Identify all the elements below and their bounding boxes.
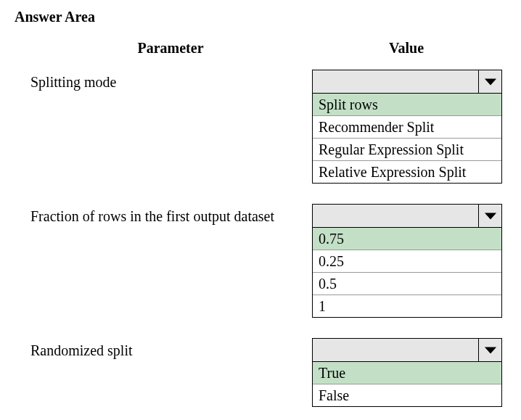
dropdown-option[interactable]: Split rows <box>313 94 501 116</box>
dropdown-options: 0.750.250.51 <box>312 228 502 318</box>
parameter-label: Randomized split <box>29 338 312 359</box>
parameter-row: Fraction of rows in the first output dat… <box>29 204 506 318</box>
dropdown-option[interactable]: 1 <box>313 295 501 317</box>
dropdown-option[interactable]: False <box>313 384 501 406</box>
chevron-down-icon[interactable] <box>478 70 501 93</box>
chevron-down-icon[interactable] <box>478 205 501 227</box>
dropdown-option[interactable]: True <box>313 362 501 384</box>
column-header-value: Value <box>312 40 501 57</box>
page-title: Answer Area <box>15 9 506 25</box>
value-dropdown[interactable] <box>312 70 502 94</box>
svg-marker-1 <box>484 213 496 219</box>
dropdown-display <box>313 70 478 93</box>
dropdown-options: Split rowsRecommender SplitRegular Expre… <box>312 94 502 184</box>
parameter-label: Splitting mode <box>29 70 312 91</box>
dropdown-display <box>313 205 478 227</box>
value-column: 0.750.250.51 <box>312 204 502 318</box>
dropdown-option[interactable]: Relative Expression Split <box>313 161 501 183</box>
parameter-row: Randomized splitTrueFalse <box>29 338 506 407</box>
svg-marker-0 <box>484 78 496 85</box>
dropdown-option[interactable]: 0.25 <box>313 250 501 273</box>
dropdown-option[interactable]: Regular Expression Split <box>313 139 501 161</box>
column-header-parameter: Parameter <box>29 40 312 57</box>
chevron-down-icon[interactable] <box>478 339 501 361</box>
dropdown-options: TrueFalse <box>312 362 502 407</box>
dropdown-option[interactable]: Recommender Split <box>313 116 501 139</box>
dropdown-option[interactable]: 0.5 <box>313 273 501 295</box>
answer-table: Parameter Value Splitting modeSplit rows… <box>15 40 506 420</box>
parameter-row: Splitting modeSplit rowsRecommender Spli… <box>29 70 506 184</box>
dropdown-option[interactable]: 0.75 <box>313 228 501 250</box>
value-dropdown[interactable] <box>312 338 502 362</box>
dropdown-display <box>313 339 478 361</box>
value-dropdown[interactable] <box>312 204 502 228</box>
parameter-label: Fraction of rows in the first output dat… <box>29 204 312 225</box>
value-column: Split rowsRecommender SplitRegular Expre… <box>312 70 502 184</box>
svg-marker-2 <box>484 347 496 353</box>
value-column: TrueFalse <box>312 338 502 407</box>
